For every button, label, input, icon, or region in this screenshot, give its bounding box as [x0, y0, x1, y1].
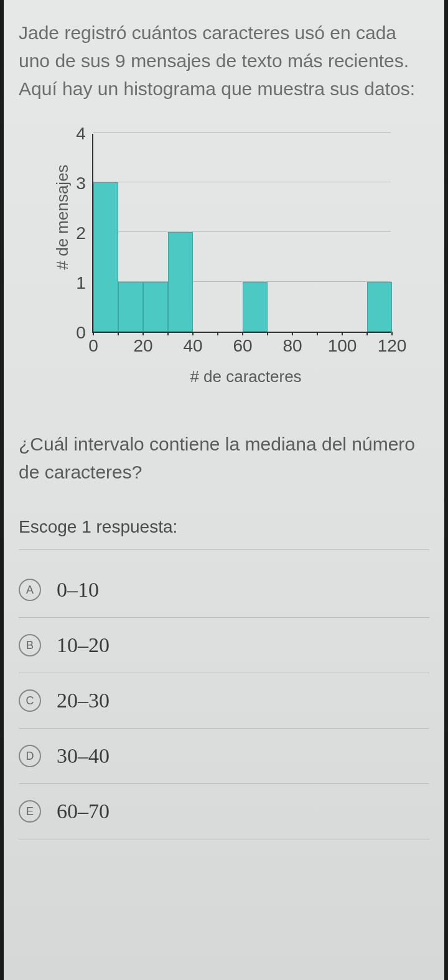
histogram-bar [118, 282, 143, 332]
answer-letter: D [19, 745, 41, 767]
answer-option-a[interactable]: A0–10 [19, 562, 429, 618]
x-axis-label: # de caracteres [96, 367, 395, 386]
answer-option-d[interactable]: D30–40 [19, 729, 429, 784]
chart-plot-area [92, 134, 391, 333]
answer-letter: A [19, 579, 41, 601]
histogram-bar [367, 282, 392, 332]
x-tick-mark [366, 332, 368, 335]
x-tick-mark [242, 332, 243, 335]
problem-statement: Jade registró cuántos caracteres usó en … [19, 19, 429, 103]
x-tick-mark [342, 332, 343, 335]
answer-text: 20–30 [57, 689, 110, 712]
x-tick-mark [317, 332, 318, 335]
answer-text: 30–40 [57, 744, 110, 768]
grid-line [93, 231, 391, 232]
x-tick-mark [93, 332, 94, 335]
x-tick-label: 0 [88, 336, 98, 356]
histogram-chart: # de mensajes 43210 020406080100120 # de… [19, 134, 429, 386]
answer-text: 0–10 [57, 578, 99, 602]
histogram-bar [93, 182, 118, 332]
x-tick-label: 100 [328, 336, 357, 356]
left-screen-border [0, 0, 4, 980]
x-tick-label: 80 [282, 336, 302, 356]
answer-instruction: Escoge 1 respuesta: [19, 517, 429, 550]
answer-letter: C [19, 689, 41, 712]
x-tick-label: 20 [133, 336, 152, 356]
answer-letter: B [19, 634, 41, 656]
x-tick-mark [167, 332, 169, 335]
histogram-bar [143, 282, 168, 332]
x-tick-mark [217, 332, 218, 335]
x-tick-mark [391, 332, 393, 335]
x-axis-ticks: 020406080100120 [93, 336, 392, 361]
x-tick-mark [142, 332, 144, 335]
answer-text: 60–70 [57, 800, 110, 823]
y-axis-ticks: 43210 [76, 134, 86, 333]
answer-letter: E [19, 800, 41, 823]
x-tick-mark [292, 332, 293, 335]
answer-list: A0–10B10–20C20–30D30–40E60–70 [19, 562, 429, 839]
grid-line [93, 132, 391, 133]
problem-container: Jade registró cuántos caracteres usó en … [0, 0, 448, 980]
x-tick-label: 40 [183, 336, 202, 356]
answer-option-b[interactable]: B10–20 [19, 618, 429, 673]
answer-option-e[interactable]: E60–70 [19, 784, 429, 839]
x-tick-mark [118, 332, 119, 335]
grid-line [93, 182, 391, 182]
answer-option-c[interactable]: C20–30 [19, 673, 429, 729]
x-tick-mark [267, 332, 268, 335]
x-tick-label: 60 [233, 336, 252, 356]
histogram-bar [243, 282, 268, 332]
y-axis-label: # de mensajes [53, 251, 72, 269]
answer-text: 10–20 [57, 633, 110, 657]
right-screen-border [444, 0, 448, 980]
x-tick-label: 120 [378, 336, 407, 356]
x-tick-mark [192, 332, 194, 335]
histogram-bar [168, 232, 193, 332]
question-text: ¿Cuál intervalo contiene la mediana del … [19, 430, 429, 486]
